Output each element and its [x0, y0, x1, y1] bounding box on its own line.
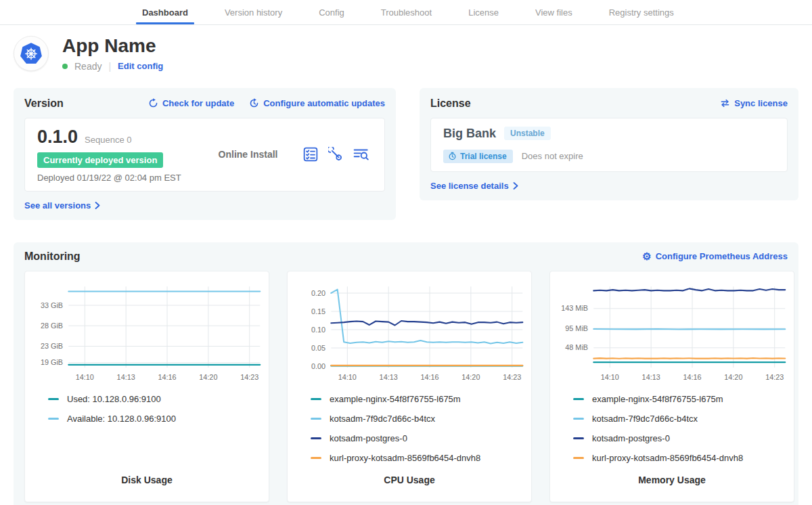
legend-item: kotsadm-postgres-0 [573, 433, 788, 443]
legend-item: kotsadm-postgres-0 [311, 433, 526, 443]
stopwatch-icon [448, 152, 457, 160]
tab-troubleshoot[interactable]: Troubleshoot [363, 0, 450, 24]
disk-usage-plot: 19 GiB23 GiB28 GiB33 GiB14:1014:1314:161… [30, 281, 263, 387]
svg-text:14:20: 14:20 [199, 372, 217, 380]
legend-item: Available: 10.128.0.96:9100 [48, 414, 263, 424]
license-card: License Sync license Big Bank Unstable [420, 88, 798, 200]
version-number: 0.1.0 [37, 127, 78, 148]
legend-label: kotsadm-postgres-0 [330, 433, 407, 443]
monitoring-section: Monitoring ⚙ Configure Prometheus Addres… [14, 242, 798, 505]
svg-text:14:16: 14:16 [683, 372, 701, 380]
currently-deployed-badge: Currently deployed version [37, 152, 163, 168]
monitoring-title: Monitoring [24, 250, 81, 263]
svg-text:14:16: 14:16 [420, 372, 438, 380]
divider: | [108, 61, 111, 72]
refresh-icon [148, 98, 158, 108]
cpu-usage-legend: example-nginx-54f8f76755-l675mkotsadm-7f… [311, 394, 526, 463]
legend-label: Used: 10.128.0.96:9100 [67, 394, 161, 404]
svg-text:33 GiB: 33 GiB [41, 301, 63, 309]
svg-text:14:23: 14:23 [503, 372, 521, 380]
cpu-usage-chart-card: 0.000.050.100.150.2014:1014:1314:1614:20… [287, 271, 532, 502]
status-text: Ready [74, 61, 102, 72]
legend-label: example-nginx-54f8f76755-l675m [592, 394, 723, 404]
legend-swatch [573, 418, 584, 420]
legend-item: kurl-proxy-kotsadm-8569fb6454-dnvh8 [573, 453, 788, 463]
legend-item: kotsadm-7f9dc7d66c-b4tcx [311, 414, 526, 424]
license-assignee: Big Bank [443, 127, 496, 141]
channel-badge: Unstable [504, 127, 551, 140]
check-for-update-button[interactable]: Check for update [148, 98, 234, 108]
svg-text:14:13: 14:13 [642, 372, 660, 380]
see-license-details-link[interactable]: See license details [430, 181, 518, 191]
sync-license-button[interactable]: Sync license [720, 98, 788, 108]
tab-registry-settings[interactable]: Registry settings [591, 0, 692, 24]
tab-config[interactable]: Config [300, 0, 363, 24]
tab-view-files[interactable]: View files [517, 0, 591, 24]
install-type-label: Online Install [193, 149, 303, 160]
view-logs-icon[interactable] [353, 147, 369, 162]
legend-swatch [311, 418, 321, 420]
svg-text:14:10: 14:10 [338, 372, 357, 380]
legend-label: kurl-proxy-kotsadm-8569fb6454-dnvh8 [592, 453, 743, 463]
legend-label: kurl-proxy-kotsadm-8569fb6454-dnvh8 [330, 453, 480, 463]
legend-swatch [573, 457, 584, 459]
legend-swatch [311, 437, 321, 439]
svg-text:23 GiB: 23 GiB [41, 342, 63, 350]
svg-text:14:13: 14:13 [380, 372, 398, 380]
license-title: License [430, 97, 471, 110]
configure-automatic-updates-button[interactable]: Configure automatic updates [249, 98, 385, 108]
current-version-card: 0.1.0 Sequence 0 Currently deployed vers… [24, 118, 385, 192]
svg-text:14:10: 14:10 [601, 372, 619, 380]
legend-swatch [48, 418, 59, 420]
svg-text:14:10: 14:10 [76, 372, 94, 380]
legend-label: kotsadm-postgres-0 [592, 433, 670, 443]
preflight-checks-icon[interactable] [303, 147, 318, 162]
chevron-right-icon [513, 182, 518, 190]
legend-swatch [573, 437, 584, 439]
svg-text:0.15: 0.15 [311, 307, 325, 315]
see-all-versions-link[interactable]: See all versions [24, 200, 100, 211]
clock-refresh-icon [249, 98, 259, 108]
legend-swatch [573, 398, 584, 400]
legend-swatch [48, 398, 59, 400]
legend-item: example-nginx-54f8f76755-l675m [311, 394, 526, 404]
svg-text:143 MiB: 143 MiB [561, 304, 588, 312]
license-expiry: Does not expire [522, 151, 583, 161]
chart-title-memory: Memory Usage [556, 475, 788, 491]
memory-usage-plot: 48 MiB95 MiB143 MiB14:1014:1314:1614:201… [556, 281, 788, 387]
config-wrench-icon[interactable] [328, 147, 343, 162]
app-header-text: App Name Ready | Edit config [62, 36, 163, 72]
svg-text:14:13: 14:13 [117, 372, 135, 380]
version-card: Version Check for update Configure au [14, 88, 396, 220]
chart-title-disk: Disk Usage [30, 475, 263, 491]
app-header: App Name Ready | Edit config [0, 25, 812, 81]
legend-label: kotsadm-7f9dc7d66c-b4tcx [330, 414, 435, 424]
svg-text:14:16: 14:16 [158, 372, 176, 380]
svg-text:95 MiB: 95 MiB [565, 324, 588, 332]
svg-text:0.10: 0.10 [311, 325, 325, 333]
page-title: App Name [62, 36, 163, 57]
svg-text:19 GiB: 19 GiB [41, 358, 63, 366]
legend-swatch [311, 398, 321, 400]
legend-label: example-nginx-54f8f76755-l675m [330, 394, 461, 404]
deployed-timestamp: Deployed 01/19/22 @ 02:04 pm EST [37, 173, 193, 183]
cpu-usage-plot: 0.000.050.100.150.2014:1014:1314:1614:20… [293, 281, 526, 387]
legend-label: kotsadm-7f9dc7d66c-b4tcx [592, 414, 698, 424]
kubernetes-app-icon [14, 36, 49, 71]
svg-text:0.00: 0.00 [311, 361, 325, 370]
tab-dashboard[interactable]: Dashboard [124, 0, 206, 24]
svg-text:14:23: 14:23 [240, 372, 258, 380]
legend-item: example-nginx-54f8f76755-l675m [573, 394, 788, 404]
edit-config-link[interactable]: Edit config [118, 61, 163, 71]
memory-usage-legend: example-nginx-54f8f76755-l675mkotsadm-7f… [573, 394, 788, 463]
svg-text:48 MiB: 48 MiB [565, 343, 588, 351]
legend-item: Used: 10.128.0.96:9100 [48, 394, 263, 404]
svg-text:14:23: 14:23 [765, 372, 784, 380]
svg-text:28 GiB: 28 GiB [41, 322, 63, 330]
configure-prometheus-button[interactable]: ⚙ Configure Prometheus Address [642, 251, 788, 261]
sync-arrows-icon [720, 99, 730, 108]
tab-version-history[interactable]: Version history [206, 0, 300, 24]
legend-item: kurl-proxy-kotsadm-8569fb6454-dnvh8 [311, 453, 526, 463]
trial-license-badge: Trial license [443, 150, 513, 163]
tab-license[interactable]: License [450, 0, 517, 24]
